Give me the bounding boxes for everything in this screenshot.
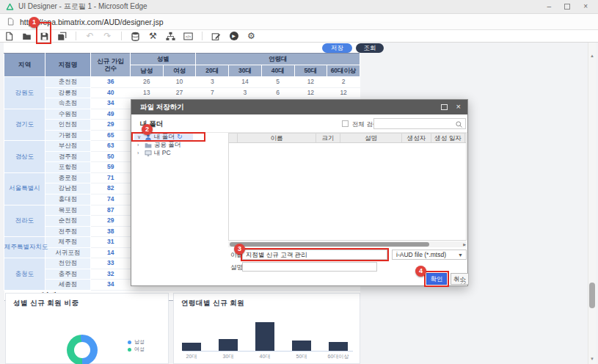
undo-icon[interactable]: ↶: [84, 31, 95, 42]
tree-item[interactable]: ∨내 폴더↻: [134, 133, 193, 141]
count-cell: 71: [91, 172, 131, 183]
count-cell: 63: [91, 141, 131, 152]
count-cell: 34: [91, 280, 131, 291]
search-input[interactable]: [373, 118, 466, 129]
col-count: 신규 가입건수: [91, 54, 131, 77]
chevron-down-icon: ▼: [458, 250, 463, 260]
scrollbar-thumb[interactable]: [589, 283, 595, 308]
count-cell: 34: [91, 98, 131, 109]
save-file-dialog: 파일 저장하기 × 내 폴더 전체 검색 ∨내 폴더↻›공용 폴더›내 PC 2…: [131, 99, 468, 286]
file-list-header: 이름크기설명생성자생성 일자: [229, 134, 466, 143]
count-cell: 29: [91, 216, 131, 227]
list-column-header[interactable]: 생성 일자: [431, 134, 465, 142]
value-cell: 7: [196, 87, 229, 98]
gear-icon[interactable]: ⚙: [246, 31, 257, 42]
region-cell: 제주특별자치도: [4, 237, 45, 258]
description-input[interactable]: [242, 262, 377, 272]
toolbar-separator: [202, 32, 203, 40]
refresh-icon[interactable]: ↻: [177, 134, 183, 140]
annotation-badge-1: 1: [29, 17, 40, 28]
branch-cell: 속초점: [45, 98, 91, 109]
annotation-badge-3: 3: [234, 244, 245, 255]
minimize-icon[interactable]: –: [547, 3, 552, 10]
list-column-header[interactable]: 이름: [238, 134, 316, 142]
new-file-icon[interactable]: [4, 31, 15, 42]
save-as-icon[interactable]: [56, 31, 68, 42]
legend-label: 남성: [134, 338, 145, 346]
dialog-close-icon[interactable]: ×: [456, 103, 461, 111]
region-cell: 충청도: [4, 258, 45, 291]
count-cell: 50: [91, 151, 131, 162]
table-row: 강원도춘천점3626103145122: [4, 77, 360, 88]
horizontal-scrollbar[interactable]: ▶: [228, 241, 467, 247]
sitemap-icon[interactable]: [165, 31, 176, 42]
database-icon[interactable]: [130, 31, 141, 42]
list-column-header[interactable]: 설명: [340, 134, 402, 142]
open-folder-icon[interactable]: [21, 31, 32, 42]
chevron-down-icon[interactable]: ∨: [137, 134, 142, 140]
bar: [329, 342, 348, 351]
dialog-title: 파일 저장하기: [131, 100, 467, 114]
value-cell: 27: [163, 87, 196, 98]
value-cell: 14: [229, 77, 262, 88]
list-column-header[interactable]: 크기: [316, 134, 340, 142]
col-sub-header: 여성: [163, 65, 196, 77]
edit-icon[interactable]: [211, 31, 222, 42]
bar-category-label: 30대: [210, 353, 247, 360]
url-text: https://epa.bimatrix.com/AUD/designer.js…: [20, 18, 164, 26]
tree-item[interactable]: ›내 PC: [134, 149, 227, 157]
legend-dot: [128, 341, 131, 344]
vertical-scrollbar[interactable]: ▲ ▼: [588, 43, 596, 364]
tools-icon[interactable]: ⚒: [147, 31, 158, 42]
value-cell: 12: [327, 87, 360, 98]
chevron-right-icon[interactable]: ›: [137, 150, 142, 156]
maximize-icon[interactable]: [564, 4, 570, 10]
tree-item[interactable]: ›공용 폴더: [134, 141, 227, 149]
value-cell: 12: [294, 87, 327, 98]
folder-icon: [145, 142, 152, 149]
code-icon[interactable]: </>: [183, 31, 194, 42]
resize-handle[interactable]: [460, 278, 466, 284]
search-all-checkbox[interactable]: [342, 120, 349, 127]
bar: [182, 343, 201, 351]
branch-cell: 포항점: [45, 162, 91, 173]
bar-category-label: 60대이상: [320, 353, 357, 360]
window-titlebar: UI Designer - 프로필 1 - Microsoft Edge – ×: [0, 0, 598, 14]
gender-chart-panel: 성별 신규 회원 비중 남성여성: [5, 293, 169, 364]
branch-cell: 춘천점: [45, 77, 91, 88]
col-sub-header: 50대: [294, 65, 327, 77]
redo-icon[interactable]: ↷: [102, 31, 113, 42]
value-cell: 13: [131, 87, 164, 98]
bar-category-label: 50대: [283, 353, 320, 360]
play-icon[interactable]: ▶: [230, 32, 238, 40]
chevron-right-icon[interactable]: ›: [137, 142, 142, 148]
ok-button[interactable]: 확인: [426, 273, 447, 285]
save-icon[interactable]: 1: [39, 31, 50, 42]
legend-label: 여성: [134, 346, 145, 353]
col-age-group: 연령대: [196, 54, 360, 65]
hscrollbar-thumb[interactable]: [230, 242, 429, 247]
query-button[interactable]: 조회: [356, 43, 384, 53]
file-type-select[interactable]: i-AUD file (*.mtsd) ▼: [392, 250, 467, 260]
toolbar-separator: [76, 32, 76, 40]
value-cell: 3: [196, 77, 229, 88]
main-toolbar: 1 ↶ ↷ ⚒ </> ▶ ⚙: [0, 30, 598, 43]
scroll-up-icon[interactable]: ▲: [588, 53, 596, 59]
count-cell: 40: [91, 87, 131, 98]
scroll-right-icon[interactable]: ▶: [463, 242, 466, 247]
close-icon[interactable]: ×: [583, 3, 588, 10]
list-column-header[interactable]: 생성자: [402, 134, 431, 142]
age-chart-panel: 연령대별 신규 회원 20대30대40대50대60대이상: [173, 293, 360, 364]
dialog-maximize-icon[interactable]: [441, 104, 448, 110]
scroll-down-icon[interactable]: ▼: [588, 356, 596, 362]
bar: [219, 339, 238, 351]
app-window: UI Designer - 프로필 1 - Microsoft Edge – ×…: [0, 0, 598, 364]
window-title: UI Designer - 프로필 1 - Microsoft Edge: [18, 1, 147, 12]
col-gender-group: 성별: [131, 54, 196, 65]
branch-cell: 경주점: [45, 151, 91, 162]
branch-cell: 목포점: [45, 205, 91, 216]
file-name-input[interactable]: 지점별 신규 고객 관리: [242, 250, 387, 260]
list-select-column[interactable]: [229, 134, 238, 142]
branch-cell: 수원점: [45, 109, 91, 120]
save-button[interactable]: 저장: [322, 43, 352, 53]
